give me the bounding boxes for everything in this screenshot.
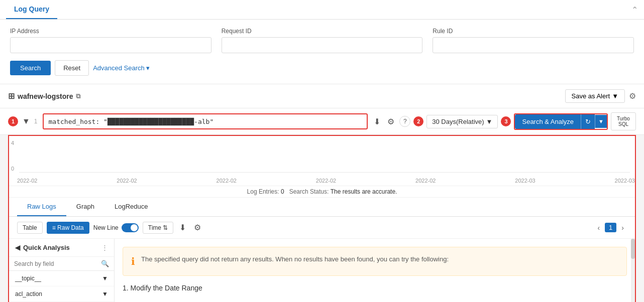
collapse-icon[interactable]: ⌃	[631, 5, 638, 15]
no-results-box: ℹ The specified query did not return any…	[123, 247, 627, 276]
rule-id-group: Rule ID	[433, 28, 634, 53]
results-area: 4 0 2022-02 2022-02 2022-02 2022-02 2022…	[8, 135, 636, 302]
raw-data-button[interactable]: ≡ Raw Data	[47, 222, 89, 234]
expand-query-button[interactable]: ▼	[22, 117, 30, 126]
info-icon: ℹ	[131, 255, 135, 267]
search-analyze-dropdown-button[interactable]: ▼	[595, 115, 607, 128]
turbo-sql-button[interactable]: Turbo SQL	[611, 112, 636, 130]
new-line-toggle-switch[interactable]	[122, 223, 139, 232]
chart-area: 4 0 2022-02 2022-02 2022-02 2022-02 2022…	[9, 136, 635, 186]
copy-icon[interactable]: ⧉	[76, 92, 80, 100]
reset-button[interactable]: Reset	[55, 60, 89, 76]
pagination: ‹ 1 ›	[594, 223, 627, 233]
qa-field-topic[interactable]: __topic__ ▼	[9, 271, 114, 286]
query-right-actions: ⬇ ⚙ ? 2 30 Days(Relative) ▼ 3 Search & A…	[372, 112, 636, 130]
search-analyze-wrapper: Search & Analyze ↻ ▼	[514, 113, 608, 130]
badge-1: 1	[8, 116, 18, 126]
toolbar-settings-button[interactable]: ⚙	[192, 221, 203, 234]
results-toolbar: Table ≡ Raw Data New Line Time ⇅ ⬇ ⚙ ‹ 1…	[9, 217, 635, 239]
table-view-button[interactable]: Table	[17, 222, 43, 234]
request-id-label: Request ID	[222, 28, 423, 35]
chart-x-label-4: 2022-02	[316, 178, 336, 184]
search-analyze-button[interactable]: Search & Analyze	[515, 114, 581, 129]
search-button[interactable]: Search	[10, 61, 51, 75]
new-line-label: New Line	[93, 224, 119, 231]
save-alert-dropdown-icon: ▼	[612, 92, 618, 100]
results-content: ℹ The specified query did not return any…	[115, 239, 635, 302]
time-selector[interactable]: 30 Days(Relative) ▼	[426, 115, 498, 128]
search-fields-row: IP Address Request ID Rule ID	[10, 28, 634, 53]
qa-title: ◀ Quick Analysis	[15, 244, 70, 251]
chart-y-min: 0	[11, 166, 14, 172]
status-bar: Log Entries: 0 Search Status: The result…	[9, 186, 635, 198]
log-entries-label: Log Entries:	[247, 188, 279, 195]
ip-address-group: IP Address	[10, 28, 211, 53]
page-prev-button[interactable]: ‹	[594, 223, 603, 233]
logstore-name-text: wafnew-logstore	[18, 92, 73, 100]
time-label: 30 Days(Relative)	[432, 118, 484, 125]
search-analyze-refresh-button[interactable]: ↻	[581, 114, 595, 129]
qa-more-icon[interactable]: ⋮	[101, 244, 108, 251]
ip-address-label: IP Address	[10, 28, 211, 35]
request-id-input[interactable]	[222, 37, 423, 53]
no-results-message: The specified query did not return any r…	[141, 255, 449, 267]
settings-gear-button[interactable]: ⚙	[629, 91, 636, 101]
tab-raw-logs[interactable]: Raw Logs	[17, 198, 66, 216]
save-as-alert-button[interactable]: Save as Alert ▼	[565, 89, 625, 103]
search-icon: 🔍	[101, 260, 109, 267]
page-next-button[interactable]: ›	[618, 223, 627, 233]
current-page: 1	[605, 223, 616, 232]
badge-2: 2	[413, 116, 423, 126]
search-actions: Search Reset Advanced Search ▾	[10, 60, 634, 76]
chart-x-label-3: 2022-02	[217, 178, 237, 184]
tab-graph[interactable]: Graph	[66, 198, 104, 216]
qa-fields-list: __topic__ ▼ acl_action ▼ acl_rule_id ▼	[9, 271, 114, 302]
request-id-group: Request ID	[222, 28, 423, 53]
rule-id-label: Rule ID	[433, 28, 634, 35]
qa-field-name-topic: __topic__	[15, 275, 41, 282]
ip-address-input[interactable]	[10, 37, 211, 53]
new-line-toggle: New Line	[93, 223, 139, 232]
chart-x-label-5: 2022-02	[415, 178, 436, 184]
modify-date-suggestion: 1. Modify the Date Range	[115, 284, 635, 300]
log-entries-value: 0	[281, 188, 284, 195]
search-status-value: The results are accurate.	[331, 188, 397, 195]
vertical-scrollbar[interactable]	[631, 239, 635, 302]
query-input[interactable]: matched_host: "██████████████████████-al…	[43, 113, 368, 129]
rule-id-input[interactable]	[433, 37, 634, 53]
qa-field-acl-action[interactable]: acl_action ▼	[9, 286, 114, 302]
qa-expand-icon-acl-action: ▼	[102, 290, 108, 297]
logstore-stack-icon: ⊞	[8, 91, 15, 101]
logstore-name: ⊞ wafnew-logstore ⧉	[8, 91, 80, 101]
qa-title-text: Quick Analysis	[23, 244, 70, 251]
chart-x-labels: 2022-02 2022-02 2022-02 2022-02 2022-02 …	[17, 178, 635, 184]
top-tab-bar: Log Query ⌃	[0, 0, 644, 20]
time-dropdown-icon: ▼	[486, 118, 493, 125]
log-query-tab[interactable]: Log Query	[6, 0, 57, 19]
help-button[interactable]: ?	[399, 116, 410, 127]
quick-analysis-panel: ◀ Quick Analysis ⋮ 🔍 __topic__ ▼ acl_act…	[9, 239, 115, 302]
logstore-actions: Save as Alert ▼ ⚙	[565, 89, 636, 103]
turbo-label: Turbo	[617, 116, 630, 121]
advanced-search-link[interactable]: Advanced Search ▾	[93, 64, 150, 72]
qa-expand-icon-topic: ▼	[102, 275, 108, 282]
query-bar: 1 ▼ 1 matched_host: "███████████████████…	[0, 108, 644, 135]
qa-field-name-acl-action: acl_action	[15, 290, 42, 297]
chart-x-label-2: 2022-02	[117, 178, 137, 184]
tab-log-reduce[interactable]: LogReduce	[104, 198, 158, 216]
collapse-qa-icon[interactable]: ◀	[15, 244, 20, 251]
main-content: ◀ Quick Analysis ⋮ 🔍 __topic__ ▼ acl_act…	[9, 239, 635, 302]
time-sort-button[interactable]: Time ⇅	[143, 222, 174, 234]
scroll-thumb[interactable]	[631, 239, 635, 259]
results-tabs: Raw Logs Graph LogReduce	[9, 198, 635, 217]
qa-search-input[interactable]	[14, 260, 98, 267]
logstore-bar: ⊞ wafnew-logstore ⧉ Save as Alert ▼ ⚙	[0, 84, 644, 108]
query-line-number: 1	[34, 118, 38, 125]
badge-3: 3	[501, 116, 511, 126]
export-icon-button[interactable]: ⬇	[372, 115, 382, 128]
qa-search-row: 🔍	[9, 257, 114, 271]
query-settings-button[interactable]: ⚙	[385, 115, 396, 128]
chart-y-max: 4	[11, 140, 14, 146]
search-status-label: Search Status:	[289, 188, 329, 195]
download-button[interactable]: ⬇	[177, 221, 188, 234]
